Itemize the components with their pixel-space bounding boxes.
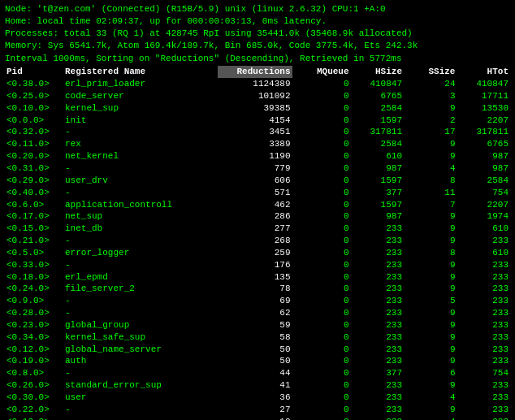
table-cell: 9 bbox=[404, 331, 457, 344]
table-cell: <0.5.0> bbox=[5, 247, 63, 259]
table-cell: 233 bbox=[457, 235, 510, 247]
table-cell: 7 bbox=[404, 199, 457, 211]
table-cell: <0.30.0> bbox=[5, 392, 63, 404]
table-cell: 50 bbox=[218, 344, 292, 356]
table-cell: 2584 bbox=[457, 175, 510, 187]
table-cell: 233 bbox=[351, 259, 404, 271]
col-header-reductions: Reductions bbox=[218, 66, 292, 78]
table-cell: 39385 bbox=[218, 102, 292, 115]
table-row: <0.22.0>-2702339233 bbox=[5, 404, 510, 416]
table-cell: 9 bbox=[404, 379, 457, 392]
table-cell: 4 bbox=[404, 392, 457, 404]
table-cell: 2584 bbox=[351, 138, 404, 150]
table-cell: 1974 bbox=[457, 210, 510, 223]
table-cell: rex bbox=[63, 138, 218, 150]
table-cell: code_server bbox=[63, 90, 218, 102]
table-cell: <0.17.0> bbox=[5, 210, 63, 223]
table-cell: 24 bbox=[404, 78, 457, 90]
table-cell: 233 bbox=[457, 392, 510, 404]
table-cell: 9 bbox=[404, 319, 457, 331]
header-line-1: Node: 't@zen.com' (Connected) (R15B/5.9)… bbox=[5, 3, 510, 15]
table-cell: 4 bbox=[404, 162, 457, 175]
table-cell: 233 bbox=[457, 331, 510, 344]
table-row: <0.17.0>net_sup286098791974 bbox=[5, 210, 510, 223]
table-cell: 233 bbox=[457, 271, 510, 284]
table-cell: 6765 bbox=[351, 90, 404, 102]
table-cell: 233 bbox=[351, 283, 404, 295]
table-cell: 0 bbox=[292, 199, 351, 211]
table-cell: 0 bbox=[292, 150, 351, 162]
table-cell: 8 bbox=[404, 175, 457, 187]
table-cell: 9 bbox=[404, 235, 457, 247]
table-cell: 0 bbox=[292, 102, 351, 115]
table-cell: <0.29.0> bbox=[5, 175, 63, 187]
table-cell: 3389 bbox=[218, 138, 292, 150]
table-cell: 3 bbox=[404, 90, 457, 102]
table-cell: 233 bbox=[351, 379, 404, 392]
table-cell: - bbox=[63, 126, 218, 138]
table-cell: 176 bbox=[218, 259, 292, 271]
table-cell: error_logger bbox=[63, 247, 218, 259]
table-cell: - bbox=[63, 235, 218, 247]
table-cell: net_sup bbox=[63, 210, 218, 223]
table-cell: 58 bbox=[218, 331, 292, 344]
table-row: <0.20.0>net_kernel119006109987 bbox=[5, 150, 510, 162]
table-cell: 0 bbox=[292, 187, 351, 199]
table-cell: 0 bbox=[292, 331, 351, 344]
table-cell: 1190 bbox=[218, 150, 292, 162]
table-row: <0.21.0>-26802339233 bbox=[5, 235, 510, 247]
table-cell: <0.12.0> bbox=[5, 344, 63, 356]
table-cell: 610 bbox=[457, 223, 510, 235]
table-cell: 0 bbox=[292, 247, 351, 259]
table-cell: 0 bbox=[292, 223, 351, 235]
table-row: <0.10.0>kernel_sup3938502584913530 bbox=[5, 102, 510, 115]
table-cell: 233 bbox=[351, 271, 404, 284]
table-row: <0.15.0>inet_db27702339610 bbox=[5, 223, 510, 235]
table-cell: 27 bbox=[218, 404, 292, 416]
table-cell: 0 bbox=[292, 404, 351, 416]
table-cell: 0 bbox=[292, 355, 351, 367]
table-cell: 233 bbox=[351, 295, 404, 307]
table-header-row: Pid Registered Name Reductions MQueue HS… bbox=[5, 66, 510, 78]
table-cell: 0 bbox=[292, 344, 351, 356]
table-cell: 233 bbox=[351, 307, 404, 319]
table-cell: 9 bbox=[404, 223, 457, 235]
col-header-mqueue: MQueue bbox=[292, 66, 351, 78]
table-cell: 9 bbox=[404, 138, 457, 150]
table-cell: 233 bbox=[351, 355, 404, 367]
table-cell: <0.34.0> bbox=[5, 331, 63, 344]
table-cell: 135 bbox=[218, 271, 292, 284]
table-cell: 0 bbox=[292, 367, 351, 379]
table-cell: 377 bbox=[351, 187, 404, 199]
table-cell: 59 bbox=[218, 319, 292, 331]
table-body: <0.38.0>erl_prim_loader11243890410847244… bbox=[5, 78, 510, 420]
table-cell: 233 bbox=[351, 319, 404, 331]
col-header-ssize: SSize bbox=[404, 66, 457, 78]
table-cell: file_server_2 bbox=[63, 283, 218, 295]
table-row: <0.18.0>erl_epmd13502339233 bbox=[5, 271, 510, 284]
table-cell: inet_db bbox=[63, 223, 218, 235]
table-cell: 9 bbox=[404, 283, 457, 295]
table-cell: 571 bbox=[218, 187, 292, 199]
table-cell: 754 bbox=[457, 187, 510, 199]
table-cell: 233 bbox=[457, 283, 510, 295]
table-cell: 233 bbox=[351, 404, 404, 416]
table-row: <0.0.0>init41540159722207 bbox=[5, 115, 510, 127]
table-cell: <0.40.0> bbox=[5, 187, 63, 199]
table-cell: 0 bbox=[292, 259, 351, 271]
table-cell: <0.11.0> bbox=[5, 138, 63, 150]
table-cell: erl_prim_loader bbox=[63, 78, 218, 90]
header-line-3: Processes: total 33 (RQ 1) at 428745 RpI… bbox=[5, 28, 510, 40]
table-cell: 233 bbox=[351, 331, 404, 344]
table-cell: 259 bbox=[218, 247, 292, 259]
table-cell: 78 bbox=[218, 283, 292, 295]
table-cell: 1597 bbox=[351, 115, 404, 127]
table-cell: 8 bbox=[404, 247, 457, 259]
table-cell: 2 bbox=[404, 115, 457, 127]
table-row: <0.29.0>user_drv6060159782584 bbox=[5, 175, 510, 187]
table-cell: 1597 bbox=[351, 199, 404, 211]
table-cell: user bbox=[63, 392, 218, 404]
table-row: <0.11.0>rex33890258496765 bbox=[5, 138, 510, 150]
table-cell: <0.18.0> bbox=[5, 271, 63, 284]
table-row: <0.34.0>kernel_safe_sup5802339233 bbox=[5, 331, 510, 344]
